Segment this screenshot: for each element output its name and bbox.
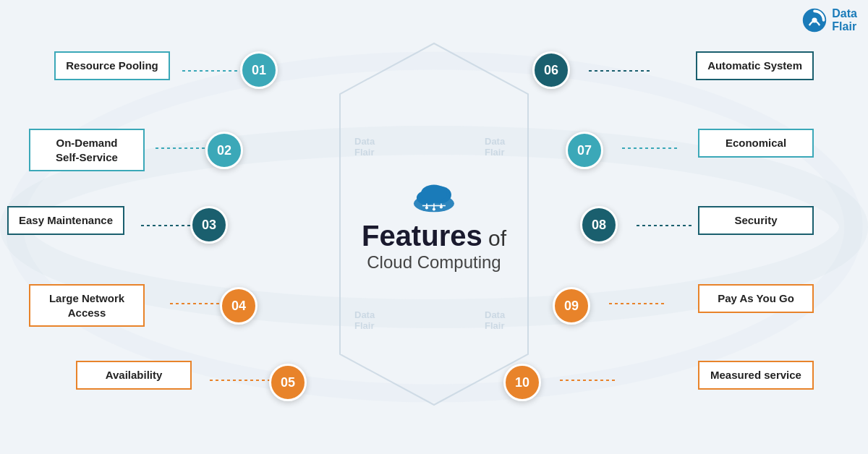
svg-point-29: [425, 207, 428, 210]
svg-text:Flair: Flair: [485, 147, 504, 158]
feature-box-10: Measured service: [698, 361, 814, 390]
num-circle-07: 07: [566, 132, 603, 169]
main-title: Features of: [362, 220, 506, 252]
svg-text:Flair: Flair: [354, 147, 374, 158]
num-circle-08: 08: [580, 206, 618, 244]
num-circle-02: 02: [205, 132, 243, 169]
svg-text:Data: Data: [354, 309, 375, 320]
num-circle-03: 03: [190, 206, 228, 244]
logo: Data Flair: [801, 7, 857, 33]
feature-box-05: Availability: [76, 361, 192, 390]
num-circle-01: 01: [240, 51, 278, 89]
svg-text:Data: Data: [485, 136, 506, 147]
main-subtitle: Cloud Computing: [362, 252, 506, 273]
logo-text: Data Flair: [832, 7, 857, 33]
feature-box-09: Pay As You Go: [698, 284, 814, 313]
num-circle-10: 10: [503, 364, 541, 401]
svg-text:Data: Data: [485, 309, 506, 320]
feature-box-03: Easy Maintenance: [7, 206, 124, 235]
svg-text:Flair: Flair: [354, 320, 374, 331]
feature-box-04: Large NetworkAccess: [29, 284, 145, 327]
num-circle-09: 09: [553, 287, 590, 325]
svg-point-24: [421, 185, 447, 202]
feature-box-02: On-DemandSelf-Service: [29, 129, 145, 171]
feature-box-08: Security: [698, 206, 814, 235]
svg-text:Flair: Flair: [485, 320, 504, 331]
svg-text:Data: Data: [354, 136, 375, 147]
num-circle-06: 06: [532, 51, 570, 89]
num-circle-05: 05: [269, 364, 307, 401]
svg-point-31: [440, 206, 443, 209]
center-content: Features of Cloud Computing: [362, 182, 506, 273]
feature-box-01: Resource Pooling: [54, 51, 170, 80]
feature-box-07: Economical: [698, 129, 814, 158]
svg-point-30: [433, 208, 435, 211]
num-circle-04: 04: [220, 287, 258, 325]
feature-box-06: Automatic System: [696, 51, 814, 80]
